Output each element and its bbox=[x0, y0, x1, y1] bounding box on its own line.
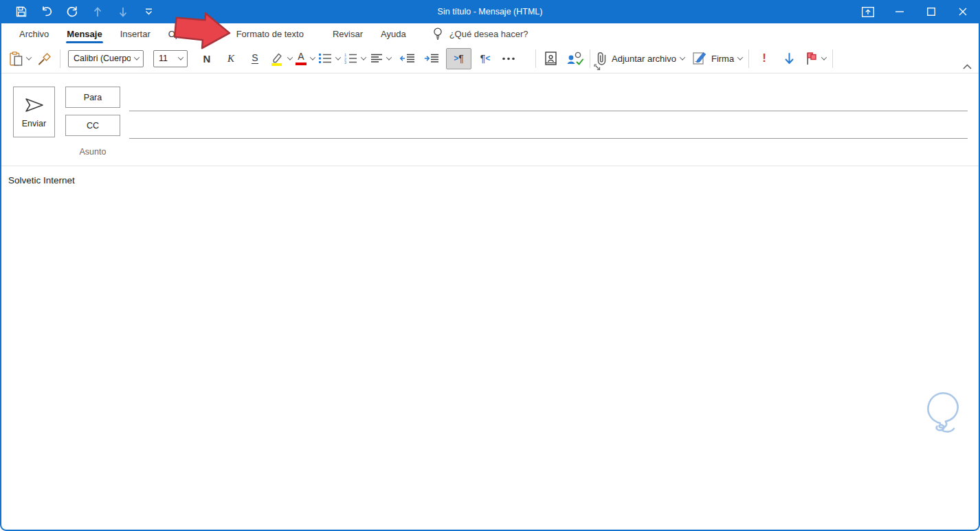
signature-label: Firma bbox=[711, 54, 734, 64]
bullets-button[interactable] bbox=[318, 48, 340, 69]
flag-icon bbox=[806, 52, 818, 65]
tell-me-label: ¿Qué desea hacer? bbox=[449, 29, 528, 39]
ribbon-toolbar: Calibri (Cuerpo 11 N K S A bbox=[1, 44, 979, 74]
left-to-right-button[interactable]: >¶ bbox=[446, 48, 471, 69]
paste-button[interactable] bbox=[10, 48, 31, 69]
font-color-icon: A bbox=[296, 52, 307, 65]
chevron-down-icon[interactable] bbox=[361, 54, 366, 60]
chevron-down-icon[interactable] bbox=[737, 54, 743, 60]
outlook-compose-window: Sin título - Mensaje (HTML) Archivo Mens… bbox=[0, 0, 980, 531]
dialog-launcher-icon[interactable] bbox=[594, 64, 601, 71]
window-title: Sin título - Mensaje (HTML) bbox=[438, 7, 543, 16]
tell-me-search[interactable]: ¿Qué desea hacer? bbox=[433, 27, 528, 40]
message-body-text[interactable]: Solvetic Internet bbox=[1, 166, 979, 185]
send-icon bbox=[23, 96, 45, 114]
titlebar: Sin título - Mensaje (HTML) bbox=[1, 0, 979, 23]
send-label: Enviar bbox=[22, 119, 46, 128]
collapse-ribbon-icon[interactable] bbox=[963, 64, 972, 69]
chevron-down-icon bbox=[178, 54, 183, 60]
cc-button[interactable]: CC bbox=[65, 115, 120, 136]
group-divider bbox=[832, 49, 833, 68]
quick-access-toolbar bbox=[1, 5, 155, 19]
increase-indent-icon bbox=[424, 54, 439, 63]
address-book-button[interactable] bbox=[542, 48, 560, 69]
undo-icon[interactable] bbox=[41, 5, 53, 19]
chevron-down-icon[interactable] bbox=[310, 54, 315, 60]
clipboard-icon bbox=[10, 52, 23, 66]
message-body-area[interactable]: Solvetic Internet bbox=[1, 166, 979, 438]
font-color-button[interactable]: A bbox=[296, 48, 315, 69]
check-names-icon bbox=[566, 52, 583, 65]
minimize-icon[interactable] bbox=[884, 0, 915, 23]
save-icon[interactable] bbox=[15, 5, 27, 19]
font-family-value: Calibri (Cuerpo bbox=[74, 54, 131, 63]
high-importance-button[interactable]: ! bbox=[755, 48, 773, 69]
attach-file-button[interactable]: Adjuntar archivo bbox=[597, 48, 684, 69]
to-input[interactable] bbox=[129, 91, 968, 111]
right-to-left-button[interactable]: ¶< bbox=[476, 48, 494, 69]
alignment-button[interactable] bbox=[370, 48, 391, 69]
signature-icon bbox=[693, 52, 706, 65]
underline-button[interactable]: S bbox=[246, 48, 264, 69]
window-controls bbox=[852, 0, 979, 23]
lightbulb-watermark-icon bbox=[918, 385, 969, 437]
format-painter-button[interactable] bbox=[36, 48, 54, 69]
bullet-list-icon bbox=[318, 53, 332, 64]
svg-text:3: 3 bbox=[344, 60, 346, 64]
chevron-down-icon[interactable] bbox=[26, 54, 32, 60]
numbered-list-icon: 123 bbox=[344, 53, 357, 64]
more-options-button[interactable] bbox=[500, 48, 517, 69]
chevron-down-icon bbox=[134, 54, 140, 60]
decrease-indent-icon bbox=[400, 54, 415, 63]
chevron-down-icon[interactable] bbox=[287, 54, 293, 60]
underline-label: S bbox=[252, 53, 258, 64]
tab-formato-de-texto[interactable]: Formato de texto bbox=[227, 23, 313, 44]
chevron-down-icon[interactable] bbox=[386, 54, 392, 60]
next-item-icon bbox=[117, 5, 129, 19]
cc-input[interactable] bbox=[129, 118, 968, 139]
chevron-down-icon[interactable] bbox=[680, 54, 685, 60]
low-importance-button[interactable] bbox=[780, 48, 798, 69]
ribbon-display-options-icon[interactable] bbox=[852, 0, 884, 23]
tab-archivo[interactable]: Archivo bbox=[10, 23, 58, 44]
redo-icon[interactable] bbox=[66, 5, 78, 19]
to-button[interactable]: Para bbox=[65, 87, 120, 108]
close-icon[interactable] bbox=[947, 0, 979, 23]
tab-ayuda[interactable]: Ayuda bbox=[372, 23, 415, 44]
check-names-button[interactable] bbox=[566, 48, 583, 69]
arrow-left-icon: < bbox=[485, 54, 490, 63]
increase-indent-button[interactable] bbox=[423, 48, 441, 69]
font-color-letter: A bbox=[298, 52, 304, 62]
attach-file-label: Adjuntar archivo bbox=[612, 54, 676, 64]
font-family-select[interactable]: Calibri (Cuerpo bbox=[68, 50, 144, 67]
send-button[interactable]: Enviar bbox=[13, 87, 55, 137]
chevron-down-icon[interactable] bbox=[335, 54, 341, 60]
font-size-value: 11 bbox=[159, 54, 168, 63]
signature-button[interactable]: Firma bbox=[693, 48, 742, 69]
pilcrow-icon: ¶ bbox=[458, 53, 464, 64]
tab-revisar[interactable]: Revisar bbox=[324, 23, 372, 44]
previous-item-icon bbox=[91, 5, 104, 19]
group-divider bbox=[535, 49, 536, 68]
font-size-select[interactable]: 11 bbox=[153, 50, 188, 67]
ribbon-tab-row: Archivo Mensaje Insertar Opciones Format… bbox=[1, 23, 979, 44]
pilcrow-icon: ¶ bbox=[480, 53, 486, 64]
arrow-right-icon: > bbox=[454, 54, 458, 63]
address-book-icon bbox=[545, 52, 557, 65]
highlight-color-button[interactable] bbox=[270, 48, 292, 69]
group-divider bbox=[748, 49, 749, 68]
highlighter-icon bbox=[270, 52, 284, 66]
tab-insertar[interactable]: Insertar bbox=[111, 23, 159, 44]
ellipsis-icon bbox=[502, 57, 515, 60]
format-painter-icon bbox=[38, 52, 52, 65]
font-color-bar bbox=[296, 63, 307, 65]
tab-mensaje[interactable]: Mensaje bbox=[58, 23, 111, 44]
align-text-icon bbox=[370, 54, 383, 63]
group-divider bbox=[590, 49, 590, 68]
maximize-icon[interactable] bbox=[915, 0, 947, 23]
numbering-button[interactable]: 123 bbox=[344, 48, 366, 69]
decrease-indent-button[interactable] bbox=[399, 48, 416, 69]
customize-quick-access-icon[interactable] bbox=[142, 5, 155, 19]
chevron-down-icon[interactable] bbox=[821, 54, 827, 60]
follow-up-flag-button[interactable] bbox=[806, 48, 826, 69]
